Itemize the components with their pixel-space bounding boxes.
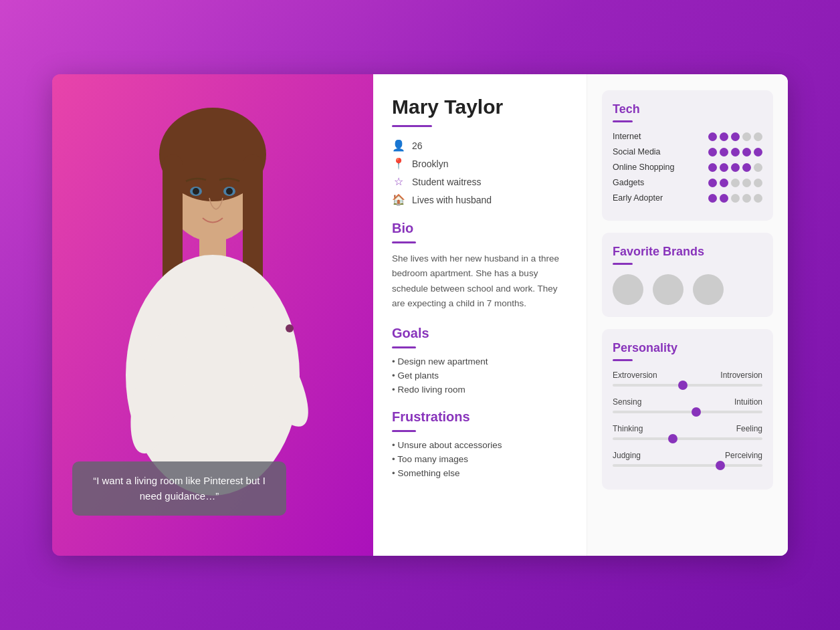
filled-dot <box>708 163 717 172</box>
filled-dot <box>708 132 717 141</box>
filled-dot <box>731 148 740 156</box>
filled-dot <box>731 163 740 172</box>
empty-dot <box>742 179 751 187</box>
slider-dot <box>716 461 725 470</box>
location-value: Brooklyn <box>412 159 448 169</box>
info-list: 👤 26 📍 Brooklyn ☆ Student waitress 🏠 Liv… <box>392 139 568 206</box>
person-icon: 👤 <box>392 139 405 152</box>
living-value: Lives with husband <box>412 195 492 205</box>
filled-dot <box>720 163 728 172</box>
empty-dot <box>731 194 740 203</box>
slider-track <box>613 411 762 413</box>
tech-dots <box>708 148 762 156</box>
quote-box: “I want a living room like Pinterest but… <box>72 461 286 516</box>
photo-section: “I want a living room like Pinterest but… <box>52 74 373 556</box>
tech-rows: InternetSocial MediaOnline ShoppingGadge… <box>613 132 762 203</box>
filled-dot <box>720 194 728 203</box>
bio-text: She lives with her new husband in a thre… <box>392 251 568 311</box>
brand-circle-2 <box>653 274 684 305</box>
quote-text: “I want a living room like Pinterest but… <box>87 474 272 504</box>
personality-rows: ExtroversionIntroversionSensingIntuition… <box>613 371 762 467</box>
tech-row: Internet <box>613 132 762 141</box>
empty-dot <box>754 194 762 203</box>
tech-row: Social Media <box>613 147 762 156</box>
brands-section: Favorite Brands <box>602 233 773 317</box>
empty-dot <box>754 163 762 172</box>
goal-item: Get plants <box>392 371 568 381</box>
personality-right-label: Feeling <box>736 424 762 433</box>
frustration-item: Too many images <box>392 454 568 464</box>
name-underline <box>392 125 432 127</box>
tech-row: Gadgets <box>613 178 762 187</box>
svg-point-12 <box>226 188 233 195</box>
frustration-item: Something else <box>392 468 568 478</box>
filled-dot <box>720 179 728 187</box>
brand-circle-1 <box>613 274 643 305</box>
slider-dot <box>668 434 677 443</box>
occupation-value: Student waitress <box>412 177 482 187</box>
empty-dot <box>742 194 751 203</box>
personality-underline <box>613 359 633 361</box>
content-section: Mary Taylor 👤 26 📍 Brooklyn ☆ Student wa… <box>373 74 788 556</box>
goals-underline <box>392 346 416 348</box>
slider-track <box>613 464 762 467</box>
slider-track <box>613 437 762 440</box>
frustration-item: Unsure about accessories <box>392 440 568 450</box>
svg-point-11 <box>193 188 199 195</box>
personality-left-label: Thinking <box>613 424 643 433</box>
tech-dots <box>708 132 762 141</box>
personality-labels: ThinkingFeeling <box>613 424 762 433</box>
personality-labels: ExtroversionIntroversion <box>613 371 762 380</box>
filled-dot <box>708 148 717 156</box>
filled-dot <box>720 148 728 156</box>
profile-card: “I want a living room like Pinterest but… <box>52 74 788 556</box>
personality-trait-row: JudgingPerceiving <box>613 451 762 467</box>
filled-dot <box>742 163 751 172</box>
personality-trait-row: ExtroversionIntroversion <box>613 371 762 387</box>
frustrations-title: Frustrations <box>392 409 568 425</box>
tech-row: Online Shopping <box>613 163 762 172</box>
home-icon: 🏠 <box>392 193 405 206</box>
goals-title: Goals <box>392 326 568 341</box>
tech-title: Tech <box>613 102 762 116</box>
svg-point-13 <box>286 324 294 332</box>
empty-dot <box>754 132 762 141</box>
personality-left-label: Sensing <box>613 397 641 407</box>
personality-labels: JudgingPerceiving <box>613 451 762 460</box>
filled-dot <box>731 132 740 141</box>
empty-dot <box>742 132 751 141</box>
brands-title: Favorite Brands <box>613 245 762 259</box>
personality-right-label: Intuition <box>734 397 762 407</box>
tech-underline <box>613 120 633 122</box>
tech-dots <box>708 163 762 172</box>
location-item: 📍 Brooklyn <box>392 157 568 170</box>
personality-title: Personality <box>613 341 762 355</box>
goals-list: Design new apartment Get plants Redo liv… <box>392 356 568 395</box>
occupation-item: ☆ Student waitress <box>392 175 568 188</box>
age-item: 👤 26 <box>392 139 568 152</box>
filled-dot <box>708 194 717 203</box>
main-column: Mary Taylor 👤 26 📍 Brooklyn ☆ Student wa… <box>373 74 587 556</box>
brands-underline <box>613 263 633 265</box>
personality-section: Personality ExtroversionIntroversionSens… <box>602 329 773 490</box>
filled-dot <box>742 148 751 156</box>
personality-trait-row: SensingIntuition <box>613 397 762 413</box>
slider-track <box>613 384 762 387</box>
empty-dot <box>731 179 740 187</box>
tech-label: Gadgets <box>613 178 683 187</box>
tech-section: Tech InternetSocial MediaOnline Shopping… <box>602 90 773 221</box>
frustrations-underline <box>392 430 416 432</box>
empty-dot <box>754 179 762 187</box>
tech-label: Internet <box>613 132 683 141</box>
personality-labels: SensingIntuition <box>613 397 762 407</box>
personality-left-label: Judging <box>613 451 641 460</box>
side-column: Tech InternetSocial MediaOnline Shopping… <box>587 74 788 556</box>
slider-dot <box>692 407 701 417</box>
star-icon: ☆ <box>392 175 405 188</box>
frustrations-section: Frustrations Unsure about accessories To… <box>392 409 568 478</box>
profile-name: Mary Taylor <box>392 96 568 118</box>
tech-label: Early Adopter <box>613 193 683 203</box>
goal-item: Design new apartment <box>392 356 568 366</box>
filled-dot <box>754 148 762 156</box>
personality-right-label: Introversion <box>720 371 762 380</box>
